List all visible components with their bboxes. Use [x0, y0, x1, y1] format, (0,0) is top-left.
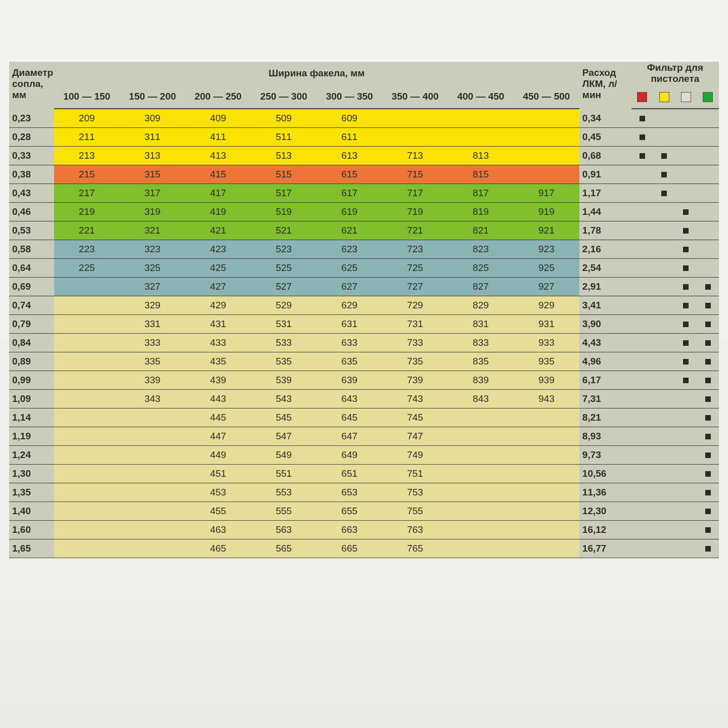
- spray-cell: 565: [251, 539, 316, 558]
- spray-cell: 617: [316, 184, 382, 203]
- table-row: 0,743294295296297298299293,41: [9, 296, 719, 315]
- spray-cell: 465: [186, 539, 251, 558]
- spray-cell: 629: [316, 296, 382, 315]
- spray-cell: 427: [186, 278, 251, 296]
- spray-cell: 615: [316, 165, 382, 184]
- filter-cell-grey: [675, 165, 697, 184]
- spray-cell: 645: [316, 408, 382, 427]
- diameter-cell: 1,65: [9, 539, 54, 558]
- filter-cell-green: [697, 408, 719, 427]
- spray-cell: 555: [251, 502, 316, 521]
- flow-cell: 2,16: [579, 240, 631, 259]
- filter-cell-red: [631, 203, 653, 221]
- table-header: Диаметр сопла, мм Ширина факела, мм Расх…: [9, 62, 719, 109]
- filter-cell-grey: [675, 483, 697, 502]
- spray-cell: 223: [54, 240, 120, 259]
- filter-cell-grey: [675, 502, 697, 521]
- spray-cell: [448, 502, 514, 521]
- filter-cell-yellow: [653, 147, 675, 165]
- spray-cell: 513: [251, 147, 316, 165]
- filter-cell-green: [697, 390, 719, 408]
- filter-cell-red: [631, 352, 653, 371]
- spray-cell: [448, 483, 514, 502]
- diameter-cell: 1,60: [9, 521, 54, 539]
- spray-cell: [120, 408, 186, 427]
- table-row: 1,6546556566576516,77: [9, 539, 719, 558]
- filter-swatch-red: [631, 88, 653, 109]
- spray-cell: 655: [316, 502, 382, 521]
- spray-cell: [54, 352, 120, 371]
- spray-cell: 725: [382, 259, 448, 278]
- spray-cell: 739: [382, 371, 448, 390]
- filter-cell-green: [697, 109, 719, 128]
- filter-cell-grey: [675, 109, 697, 128]
- spray-cell: 423: [186, 240, 251, 259]
- spray-cell: 727: [382, 278, 448, 296]
- flow-cell: 0,91: [579, 165, 631, 184]
- spray-cell: 331: [120, 315, 186, 334]
- table-row: 0,382153154155156157158150,91: [9, 165, 719, 184]
- diameter-cell: 1,14: [9, 408, 54, 427]
- filter-swatch-green: [697, 88, 719, 109]
- filter-cell-green: [697, 502, 719, 521]
- header-range-0: 100 — 150: [54, 88, 120, 109]
- filter-cell-grey: [675, 315, 697, 334]
- filter-cell-red: [631, 465, 653, 483]
- spray-cell: [514, 446, 579, 465]
- spray-cell: 839: [448, 371, 514, 390]
- spray-cell: [448, 109, 514, 128]
- spray-cell: 447: [186, 427, 251, 446]
- filter-cell-grey: [675, 408, 697, 427]
- filter-cell-grey: [675, 521, 697, 539]
- spray-cell: 939: [514, 371, 579, 390]
- filter-cell-grey: [675, 184, 697, 203]
- filter-cell-grey: [675, 539, 697, 558]
- spray-cell: 325: [120, 259, 186, 278]
- spray-cell: 421: [186, 221, 251, 240]
- spray-cell: 731: [382, 315, 448, 334]
- diameter-cell: 0,23: [9, 109, 54, 128]
- filter-cell-yellow: [653, 259, 675, 278]
- spray-cell: 927: [514, 278, 579, 296]
- filter-cell-grey: [675, 390, 697, 408]
- diameter-cell: 0,38: [9, 165, 54, 184]
- spray-cell: 625: [316, 259, 382, 278]
- spray-cell: [514, 521, 579, 539]
- spray-cell: 753: [382, 483, 448, 502]
- filter-cell-red: [631, 165, 653, 184]
- header-range-2: 200 — 250: [186, 88, 251, 109]
- table-row: 1,244495496497499,73: [9, 446, 719, 465]
- header-range-6: 400 — 450: [448, 88, 514, 109]
- spray-cell: 433: [186, 334, 251, 352]
- spray-cell: 713: [382, 147, 448, 165]
- flow-cell: 2,91: [579, 278, 631, 296]
- spray-cell: 525: [251, 259, 316, 278]
- filter-cell-yellow: [653, 352, 675, 371]
- filter-cell-red: [631, 334, 653, 352]
- spray-cell: 631: [316, 315, 382, 334]
- filter-cell-red: [631, 521, 653, 539]
- filter-cell-red: [631, 278, 653, 296]
- flow-cell: 4,96: [579, 352, 631, 371]
- spray-cell: [54, 371, 120, 390]
- spray-cell: [120, 446, 186, 465]
- spray-cell: 329: [120, 296, 186, 315]
- spray-cell: 419: [186, 203, 251, 221]
- spray-cell: 935: [514, 352, 579, 371]
- spray-cell: [54, 390, 120, 408]
- filter-cell-yellow: [653, 446, 675, 465]
- flow-cell: 11,36: [579, 483, 631, 502]
- spray-cell: [514, 408, 579, 427]
- spray-cell: 813: [448, 147, 514, 165]
- spray-cell: [54, 539, 120, 558]
- spray-cell: 453: [186, 483, 251, 502]
- spray-cell: 343: [120, 390, 186, 408]
- spray-cell: 819: [448, 203, 514, 221]
- spray-cell: 743: [382, 390, 448, 408]
- filter-cell-grey: [675, 240, 697, 259]
- spray-cell: [120, 427, 186, 446]
- spray-cell: 511: [251, 128, 316, 147]
- table-row: 0,532213214215216217218219211,78: [9, 221, 719, 240]
- header-spray-width: Ширина факела, мм: [54, 62, 579, 88]
- spray-cell: 919: [514, 203, 579, 221]
